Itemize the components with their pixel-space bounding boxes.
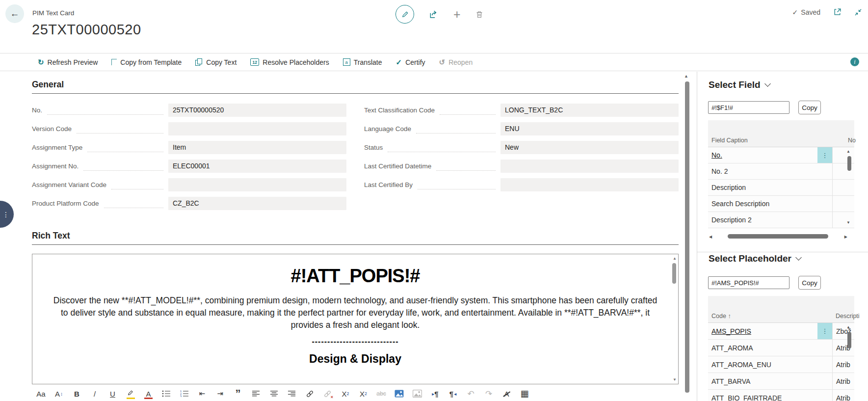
select-field-copy-button[interactable]: Copy	[798, 101, 821, 114]
select-field-input[interactable]	[708, 101, 789, 114]
field-list-scroll-up-icon[interactable]: ▲	[846, 149, 850, 154]
copy-from-template-icon	[111, 59, 117, 65]
copy-from-template-button[interactable]: Copy from Template	[111, 58, 182, 66]
version-code-field[interactable]	[168, 122, 346, 135]
info-icon[interactable]: i	[850, 57, 859, 66]
select-field-title[interactable]: Select Field	[709, 80, 770, 90]
subscript-icon[interactable]: X2	[358, 387, 369, 400]
select-placeholder-title[interactable]: Select Placeholder	[709, 253, 801, 264]
ltr-icon[interactable]: ▸¶	[429, 387, 441, 400]
field-list-hscroll-thumb[interactable]	[728, 234, 828, 239]
main-scrollbar-thumb[interactable]	[685, 81, 689, 393]
placeholder-row-att-bio-fairtrade[interactable]: ATT_BIO_FAIRTRADEAtrib	[708, 390, 854, 401]
clear-formatting-icon[interactable]: A	[501, 387, 512, 400]
resolve-placeholders-button[interactable]: 12 Resolve Placeholders	[250, 58, 329, 66]
link-icon[interactable]	[304, 387, 316, 400]
refresh-preview-button[interactable]: ↻ Refresh Preview	[38, 58, 98, 67]
code-column-header[interactable]: Code ↑	[711, 313, 731, 320]
field-list-scroll-down-icon[interactable]: ▼	[846, 220, 850, 225]
field-label: Assignment No.	[32, 162, 79, 170]
field-row-description[interactable]: Description	[708, 180, 854, 196]
edit-image-icon[interactable]	[412, 387, 423, 400]
text-style-icon[interactable]: Aa	[35, 387, 47, 400]
indent-icon[interactable]: ⇥	[214, 387, 226, 400]
outdent-icon[interactable]: ⇤	[197, 387, 208, 400]
copy-text-button[interactable]: Copy Text	[195, 58, 237, 66]
edit-button[interactable]	[395, 5, 414, 24]
placeholder-row-att-aroma[interactable]: ATT_AROMAAtrib	[708, 340, 854, 356]
last-certified-by-field[interactable]	[500, 178, 679, 191]
share-button[interactable]	[429, 9, 439, 19]
rich-text-section-title: Rich Text	[32, 231, 679, 245]
reopen-button[interactable]: ↺ Reopen	[439, 58, 473, 67]
undo-icon[interactable]: ↶	[465, 387, 476, 400]
placeholder-list-scroll-up-icon[interactable]: ▲	[846, 325, 850, 329]
bold-icon[interactable]: B	[71, 387, 82, 400]
insert-image-icon[interactable]	[394, 387, 405, 400]
superscript-icon[interactable]: X2	[340, 387, 351, 400]
collapse-button[interactable]	[854, 8, 862, 16]
field-row: Text Classification CodeLONG_TEXT_B2C	[364, 104, 679, 117]
plus-icon: +	[453, 7, 461, 21]
assignment-type-field[interactable]: Item	[168, 141, 346, 154]
field-leader	[83, 162, 163, 171]
description-column-header[interactable]: Descripti	[836, 313, 860, 320]
unlink-icon[interactable]: ×	[322, 387, 333, 400]
placeholder-list-scrollbar-thumb[interactable]	[847, 332, 851, 348]
language-code-field[interactable]: ENU	[500, 122, 679, 135]
floating-action-button[interactable]: ⋮	[0, 201, 14, 228]
rich-text-editor[interactable]: #!ATT_POPIS!# Discover the new **#!ATT_M…	[32, 254, 679, 384]
open-in-new-window-button[interactable]	[833, 8, 842, 16]
translate-button[interactable]: a Translate	[343, 58, 382, 66]
placeholder-row-att-barva[interactable]: ATT_BARVAAtrib	[708, 373, 854, 390]
field-row-no[interactable]: No. ⋮	[708, 147, 854, 163]
resolve-placeholders-icon: 12	[250, 58, 259, 66]
redo-icon[interactable]: ↷	[483, 387, 495, 400]
bullet-list-icon[interactable]	[161, 387, 172, 400]
align-center-icon[interactable]	[268, 387, 280, 400]
no-field[interactable]: 25TXT00000520	[168, 104, 346, 117]
editor-scroll-down-icon[interactable]: ▼	[673, 377, 677, 382]
strikethrough-icon[interactable]: abc	[376, 387, 387, 400]
underline-icon[interactable]: U	[107, 387, 118, 400]
delete-button[interactable]	[475, 10, 483, 19]
field-row-no2[interactable]: No. 2	[708, 163, 854, 180]
text-classification-code-field[interactable]: LONG_TEXT_B2C	[500, 104, 679, 117]
field-row-search-description[interactable]: Search Description	[708, 196, 854, 212]
align-right-icon[interactable]	[286, 387, 297, 400]
main-scroll-up-icon[interactable]: ▲	[684, 74, 688, 79]
font-color-icon[interactable]: A	[143, 387, 154, 400]
field-row: Assignment TypeItem	[32, 141, 346, 154]
product-platform-code-field[interactable]: CZ_B2C	[168, 197, 346, 210]
field-caption-column-header[interactable]: Field Caption	[711, 137, 748, 144]
font-size-icon[interactable]: A↕	[53, 387, 65, 400]
assignment-variant-code-field[interactable]	[168, 178, 346, 191]
placeholder-row-ams-popis[interactable]: AMS_POPIS ⋮ Zbož	[708, 323, 854, 340]
select-placeholder-input[interactable]	[708, 276, 789, 289]
back-button[interactable]: ←	[5, 4, 24, 23]
highlight-icon[interactable]	[125, 387, 136, 400]
insert-table-icon[interactable]: ▦	[519, 387, 530, 400]
rtl-icon[interactable]: ¶◂	[447, 387, 459, 400]
field-row-description2[interactable]: Description 2	[708, 212, 854, 228]
placeholder-row-att-aroma-enu[interactable]: ATT_AROMA_ENUAtrib	[708, 356, 854, 373]
italic-icon[interactable]: /	[89, 387, 101, 400]
field-leader	[104, 199, 163, 208]
row-menu-button[interactable]: ⋮	[817, 323, 832, 339]
editor-scroll-up-icon[interactable]: ▲	[673, 256, 677, 261]
numbered-list-icon[interactable]: 123	[179, 387, 190, 400]
editor-scrollbar-thumb[interactable]	[672, 263, 676, 284]
last-certified-datetime-field[interactable]	[500, 160, 679, 173]
blockquote-icon[interactable]: ”	[233, 387, 244, 400]
select-placeholder-copy-button[interactable]: Copy	[798, 276, 821, 290]
row-menu-button[interactable]: ⋮	[817, 147, 832, 163]
status-field[interactable]: New	[500, 141, 679, 154]
align-left-icon[interactable]	[250, 387, 262, 400]
assignment-no-field[interactable]: ELEC00001	[168, 160, 346, 173]
new-record-button[interactable]: +	[453, 9, 461, 19]
certify-button[interactable]: ✓ Certify	[396, 58, 425, 67]
field-list-scrollbar-thumb[interactable]	[847, 156, 851, 171]
scroll-left-icon[interactable]: ◀	[709, 235, 712, 239]
scroll-right-icon[interactable]: ▶	[844, 235, 847, 239]
no-column-header[interactable]: No	[848, 137, 856, 144]
